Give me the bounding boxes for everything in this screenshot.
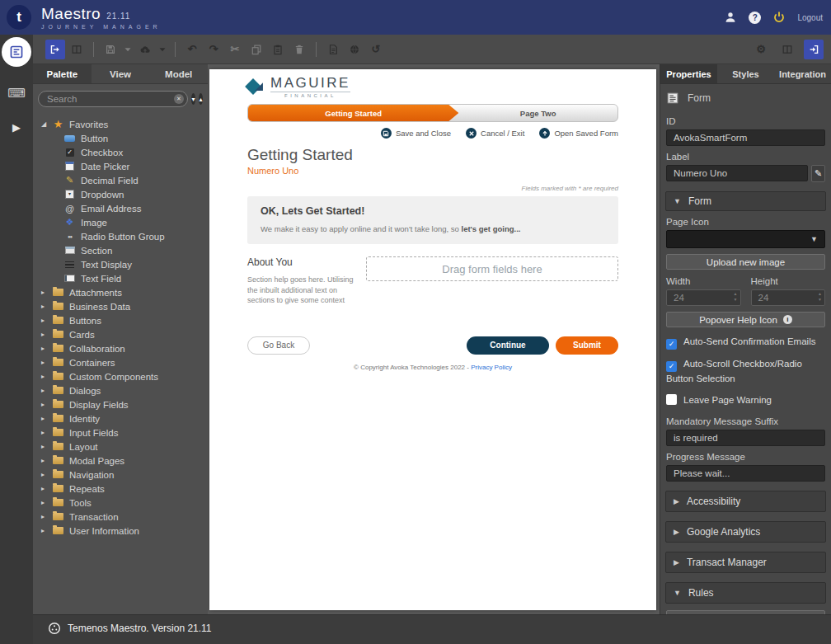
wizard-step-page-two[interactable]: Page Two <box>458 105 617 121</box>
tree-folder-modal-pages[interactable]: ▸Modal Pages <box>41 454 208 468</box>
progress-message-field[interactable] <box>666 465 825 482</box>
tree-folder-input-fields[interactable]: ▸Input Fields <box>41 425 208 440</box>
expander-icon[interactable]: ▸ <box>41 303 51 310</box>
section-header-accessibility[interactable]: ▶Accessibility <box>665 491 826 512</box>
expander-icon[interactable]: ◢ <box>41 120 51 128</box>
expander-icon[interactable]: ▸ <box>41 331 51 338</box>
panel-columns-icon[interactable] <box>777 40 797 59</box>
paste-icon[interactable] <box>268 40 288 59</box>
palette-item-dropdown[interactable]: ▾Dropdown <box>41 187 208 201</box>
palette-item-text-display[interactable]: Text Display <box>41 257 208 271</box>
submit-button[interactable]: Submit <box>556 336 618 355</box>
delete-icon[interactable] <box>289 40 309 59</box>
form-preview-icon[interactable] <box>323 40 343 59</box>
intro-panel[interactable]: OK, Lets Get Started! We make it easy to… <box>247 196 618 244</box>
save-menu-caret-icon[interactable] <box>122 40 134 59</box>
palette-item-checkbox[interactable]: ✓Checkbox <box>41 145 208 159</box>
width-input[interactable]: 24▲▼ <box>666 289 741 306</box>
checkbox-leave-page-warning[interactable]: Leave Page Warning <box>666 393 825 407</box>
upload-image-button[interactable]: Upload new image <box>666 254 825 270</box>
tab-integration[interactable]: Integration <box>774 64 831 83</box>
render-globe-icon[interactable] <box>345 40 364 59</box>
checkbox-icon[interactable] <box>666 394 677 405</box>
sidebar-tab-model[interactable]: Model <box>149 64 208 83</box>
collapse-panel-icon[interactable] <box>804 40 824 59</box>
palette-item-button[interactable]: Button <box>41 131 208 145</box>
expander-icon[interactable]: ▸ <box>41 401 51 408</box>
logout-link[interactable]: Logout <box>797 13 823 22</box>
power-icon[interactable] <box>772 11 786 24</box>
form-builder-icon[interactable] <box>2 37 31 67</box>
tree-folder-tools[interactable]: ▸Tools <box>41 496 208 510</box>
section-header-transact-manager[interactable]: ▶Transact Manager <box>665 552 826 573</box>
checkbox-icon[interactable]: ✓ <box>666 339 677 350</box>
privacy-policy-link[interactable]: Privacy Policy <box>471 364 512 371</box>
expander-icon[interactable]: ▸ <box>41 345 51 352</box>
undo-icon[interactable]: ↶ <box>182 40 202 59</box>
tree-folder-collaboration[interactable]: ▸Collaboration <box>41 341 208 355</box>
edit-label-icon[interactable]: ✎ <box>811 165 825 182</box>
search-box[interactable]: ✕ <box>38 91 188 107</box>
tree-folder-buttons[interactable]: ▸Buttons <box>41 313 208 327</box>
go-back-button[interactable]: Go Back <box>247 336 310 355</box>
expander-icon[interactable]: ▸ <box>41 373 51 380</box>
play-icon[interactable]: ▶ <box>0 121 33 134</box>
tree-folder-containers[interactable]: ▸Containers <box>41 355 208 369</box>
action-save-and-close[interactable]: Save and Close <box>381 128 451 139</box>
tree-folder-user-information[interactable]: ▸User Information <box>41 524 208 538</box>
palette-item-radio-button-group[interactable]: ●●Radio Button Group <box>41 229 208 243</box>
palette-item-decimal-field[interactable]: ✎Decimal Field <box>41 173 208 187</box>
checkbox-auto-scroll-checkbox-radio-button-selection[interactable]: ✓Auto-Scroll Checkbox/Radio Button Selec… <box>666 357 825 386</box>
sidebar-tab-palette[interactable]: Palette <box>33 64 92 83</box>
copy-icon[interactable] <box>246 40 266 59</box>
palette-item-email-address[interactable]: @Email Address <box>41 201 208 215</box>
save-icon[interactable] <box>101 40 120 59</box>
publish-cloud-icon[interactable] <box>135 40 155 59</box>
form-canvas[interactable]: MAGUIRE FINANCIAL Getting StartedPage Tw… <box>209 69 656 610</box>
expander-icon[interactable]: ▸ <box>41 499 51 506</box>
cut-icon[interactable]: ✂ <box>225 40 245 59</box>
keyboard-shortcuts-icon[interactable]: ⌨ <box>0 86 33 101</box>
expander-icon[interactable]: ▸ <box>41 471 51 478</box>
expander-icon[interactable]: ▸ <box>41 443 51 450</box>
tree-folder-transaction[interactable]: ▸Transaction <box>41 510 208 524</box>
checkbox-icon[interactable]: ✓ <box>666 361 677 372</box>
tree-folder-repeats[interactable]: ▸Repeats <box>41 482 208 496</box>
sidebar-tab-view[interactable]: View <box>92 64 150 83</box>
expander-icon[interactable]: ▸ <box>41 359 51 366</box>
expander-icon[interactable]: ▸ <box>41 527 51 534</box>
collapse-all-icon[interactable]: ▾ <box>191 93 195 105</box>
label-field[interactable] <box>666 165 808 181</box>
expander-icon[interactable]: ▸ <box>41 317 51 324</box>
id-field[interactable] <box>666 129 825 146</box>
height-input[interactable]: 24▲▼ <box>751 289 826 306</box>
redo-icon[interactable]: ↷ <box>204 40 223 59</box>
stepper-icons[interactable]: ▲▼ <box>734 291 738 303</box>
wizard-step-getting-started[interactable]: Getting Started <box>248 105 458 121</box>
expander-icon[interactable]: ▸ <box>41 513 51 520</box>
settings-gear-icon[interactable]: ⚙ <box>751 40 771 59</box>
form-fields-dropzone[interactable]: Drag form fields here <box>366 256 618 281</box>
tree-folder-identity[interactable]: ▸Identity <box>41 411 208 425</box>
page-icon-select[interactable]: ▼ <box>666 230 825 248</box>
expand-all-icon[interactable]: ▴ <box>199 93 203 105</box>
search-input[interactable] <box>47 94 174 104</box>
tab-styles[interactable]: Styles <box>717 64 774 83</box>
expander-icon[interactable]: ▸ <box>41 289 51 296</box>
tree-folder-cards[interactable]: ▸Cards <box>41 327 208 341</box>
tree-folder-layout[interactable]: ▸Layout <box>41 440 208 454</box>
action-open-saved-form[interactable]: Open Saved Form <box>539 128 618 139</box>
tree-folder-custom-components[interactable]: ▸Custom Components <box>41 369 208 383</box>
tree-folder-business-data[interactable]: ▸Business Data <box>41 299 208 313</box>
expander-icon[interactable]: ▸ <box>41 485 51 492</box>
continue-button[interactable]: Continue <box>467 336 549 355</box>
user-icon[interactable] <box>724 11 737 24</box>
help-icon[interactable]: ? <box>749 12 761 24</box>
expander-icon[interactable]: ▸ <box>41 457 51 464</box>
history-icon[interactable]: ↺ <box>366 40 386 59</box>
action-cancel-exit[interactable]: Cancel / Exit <box>466 128 524 139</box>
tree-folder-attachments[interactable]: ▸Attachments <box>41 285 208 299</box>
palette-item-section[interactable]: Section <box>41 243 208 257</box>
palette-item-date-picker[interactable]: Date Picker <box>41 159 208 173</box>
publish-menu-caret-icon[interactable] <box>157 40 168 59</box>
